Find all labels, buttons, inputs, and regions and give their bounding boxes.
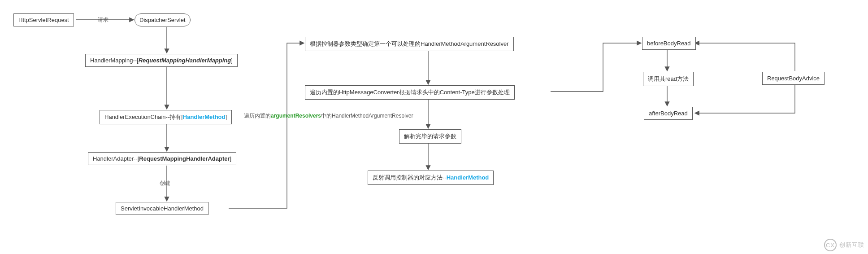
watermark-text: 创新互联 [839, 241, 864, 249]
node-servlet-invocable: ServletInvocableHandlerMethod [116, 202, 208, 215]
node-dispatcher-servlet: DispatcherServlet [135, 13, 191, 26]
text: afterBodyRead [649, 110, 688, 117]
node-message-converter: 遍历内置的HttpMessageConverter根据请求头中的Content-… [305, 85, 515, 100]
node-call-read: 调用其read方法 [643, 72, 694, 86]
text: HandlerAdapter--[ [93, 155, 139, 162]
node-before-body-read: beforeBodyRead [642, 37, 696, 50]
text-em: RequestMappingHandlerMapping [139, 57, 231, 64]
node-request-body-advice: RequestBodyAdvice [762, 72, 825, 85]
text: ] [231, 57, 233, 64]
text: 调用其read方法 [648, 75, 689, 82]
edge-label-request: 请求 [98, 16, 108, 24]
text-em: HandlerMethod [447, 174, 489, 181]
node-invoke-handler-method: 反射调用控制器的对应方法--HandlerMethod [368, 171, 494, 185]
node-parsed-params: 解析完毕的请求参数 [399, 129, 461, 144]
diagram-canvas: { "nodes": { "httpServletRequest": "Http… [0, 0, 868, 254]
text-em: HandlerMethod [183, 114, 226, 120]
node-handler-mapping: HandlerMapping--[RequestMappingHandlerMa… [85, 54, 238, 67]
text: ] [230, 155, 232, 162]
text: 解析完毕的请求参数 [404, 133, 456, 140]
watermark: CX 创新互联 [824, 239, 864, 251]
text: ] [225, 114, 227, 120]
text: HttpServletRequest [18, 17, 69, 23]
text: RequestBodyAdvice [767, 75, 820, 82]
node-after-body-read: afterBodyRead [644, 107, 693, 120]
text: HandlerExecutionChain--持有[ [104, 114, 183, 120]
text: HandlerMapping--[ [90, 57, 139, 64]
node-http-servlet-request: HttpServletRequest [13, 13, 74, 26]
node-handler-execution-chain: HandlerExecutionChain--持有[HandlerMethod] [100, 110, 232, 124]
text: 根据控制器参数类型确定第一个可以处理的HandlerMethodArgument… [310, 40, 509, 47]
text: ServletInvocableHandlerMethod [121, 205, 204, 212]
text: beforeBodyRead [647, 40, 691, 47]
node-argument-resolver: 根据控制器参数类型确定第一个可以处理的HandlerMethodArgument… [305, 37, 514, 51]
text: DispatcherServlet [139, 17, 186, 23]
watermark-logo-icon: CX [824, 239, 837, 251]
edge-label-argument-resolvers: 遍历内置的argumentResolvers中的HandlerMethodArg… [244, 112, 413, 120]
edge-label-create: 创建 [160, 180, 170, 187]
text: 遍历内置的HttpMessageConverter根据请求头中的Content-… [310, 89, 510, 96]
text: 反射调用控制器的对应方法-- [373, 174, 447, 181]
text-em: RequestMappingHandlerAdapter [139, 155, 230, 162]
node-handler-adapter: HandlerAdapter--[RequestMappingHandlerAd… [88, 152, 236, 165]
